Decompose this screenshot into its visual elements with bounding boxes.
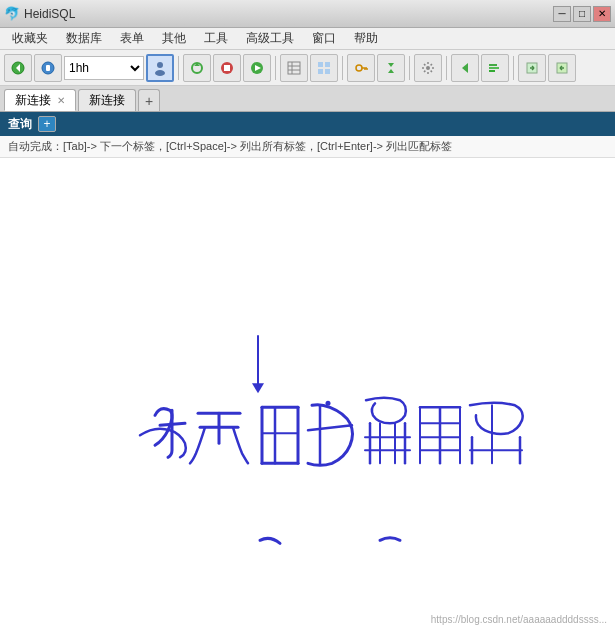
connection-select[interactable]: 1hh [64,56,144,80]
toolbar: 1hh [0,50,615,86]
svg-rect-17 [325,62,330,67]
toolbar-table-button[interactable] [280,54,308,82]
menu-other[interactable]: 其他 [154,28,194,49]
svg-marker-40 [252,384,264,394]
tab-close-1[interactable]: ✕ [57,95,65,106]
toolbar-sep2 [275,56,276,80]
toolbar-sep4 [409,56,410,80]
toolbar-sep5 [446,56,447,80]
title-left: 🐬 HeidiSQL [4,6,75,21]
svg-rect-30 [489,70,495,72]
svg-marker-24 [388,63,394,67]
query-panel-header: 查询 + [0,112,615,136]
svg-marker-27 [462,63,468,73]
svg-point-4 [157,62,163,68]
svg-rect-28 [489,64,497,66]
query-add-button[interactable]: + [38,116,56,132]
toolbar-arrows-button[interactable] [377,54,405,82]
toolbar-export-button[interactable] [518,54,546,82]
svg-rect-16 [318,62,323,67]
svg-rect-19 [325,69,330,74]
toolbar-back-button[interactable] [4,54,32,82]
toolbar-sep6 [513,56,514,80]
toolbar-run-button[interactable] [243,54,271,82]
menu-favorites[interactable]: 收藏夹 [4,28,56,49]
toolbar-green-left[interactable] [451,54,479,82]
toolbar-user-button[interactable] [146,54,174,82]
menu-help[interactable]: 帮助 [346,28,386,49]
toolbar-multi-button[interactable] [481,54,509,82]
svg-rect-18 [318,69,323,74]
watermark: https://blog.csdn.net/aaaaaaddddssss... [431,614,607,625]
title-controls: ─ □ ✕ [553,6,611,22]
maximize-button[interactable]: □ [573,6,591,22]
svg-point-26 [426,66,430,70]
app-icon: 🐬 [4,6,20,21]
tabs-row: 新连接 ✕ 新连接 + [0,86,615,112]
menu-tools[interactable]: 工具 [196,28,236,49]
tab-label-2: 新连接 [89,92,125,109]
menu-database[interactable]: 数据库 [58,28,110,49]
svg-point-41 [326,401,331,406]
svg-rect-3 [46,65,50,71]
svg-point-5 [155,70,165,76]
toolbar-sep1 [178,56,179,80]
handwriting-canvas [0,158,615,633]
tab-add-button[interactable]: + [138,89,160,111]
toolbar-key-button[interactable] [347,54,375,82]
svg-rect-29 [489,67,499,69]
main-content: 查询 + 自动完成：[Tab]-> 下一个标签，[Ctrl+Space]-> 列… [0,112,615,633]
toolbar-grid-button[interactable] [310,54,338,82]
svg-rect-9 [224,65,230,71]
editor-area[interactable]: https://blog.csdn.net/aaaaaaddddssss... [0,158,615,633]
toolbar-connection-button[interactable] [34,54,62,82]
menu-table[interactable]: 表单 [112,28,152,49]
svg-point-20 [356,65,362,71]
toolbar-refresh-button[interactable] [183,54,211,82]
tab-label-1: 新连接 [15,92,51,109]
toolbar-settings-button[interactable] [414,54,442,82]
menu-bar: 收藏夹 数据库 表单 其他 工具 高级工具 窗口 帮助 [0,28,615,50]
toolbar-stop-button[interactable] [213,54,241,82]
svg-marker-25 [388,69,394,73]
svg-rect-12 [288,62,300,74]
minimize-button[interactable]: ─ [553,6,571,22]
menu-advanced-tools[interactable]: 高级工具 [238,28,302,49]
title-bar: 🐬 HeidiSQL ─ □ ✕ [0,0,615,28]
query-panel-label: 查询 [8,116,32,133]
toolbar-import-button[interactable] [548,54,576,82]
toolbar-sep3 [342,56,343,80]
autocomplete-hint: 自动完成：[Tab]-> 下一个标签，[Ctrl+Space]-> 列出所有标签… [0,136,615,158]
tab-connection-2[interactable]: 新连接 [78,89,136,111]
close-button[interactable]: ✕ [593,6,611,22]
app-title: HeidiSQL [24,7,75,21]
menu-window[interactable]: 窗口 [304,28,344,49]
tab-connection-1[interactable]: 新连接 ✕ [4,89,76,111]
